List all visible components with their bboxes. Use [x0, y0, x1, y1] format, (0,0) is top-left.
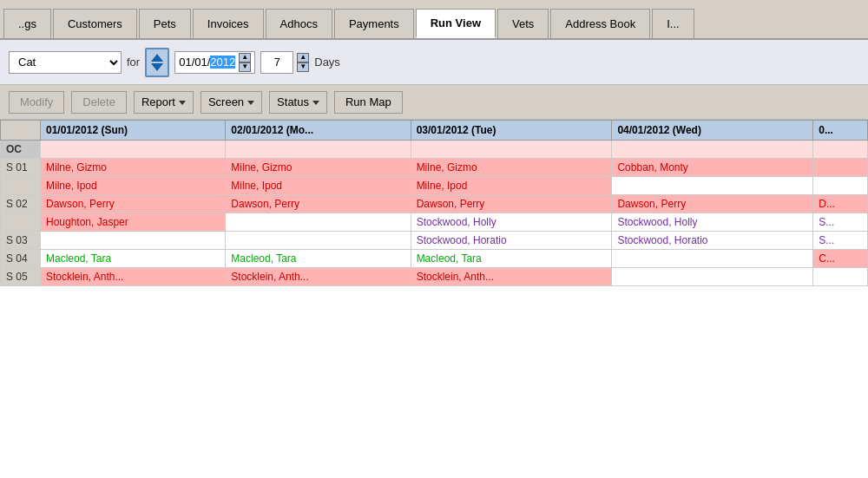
table-cell[interactable]: Houghton, Jasper	[41, 213, 226, 232]
table-cell[interactable]: Milne, Ipod	[226, 177, 411, 195]
header-col5: 0...	[813, 121, 868, 141]
species-select[interactable]: Cat Dog	[9, 51, 122, 74]
days-spin-up-icon[interactable]: ▲	[297, 53, 309, 62]
table-row: OC	[1, 141, 868, 159]
status-dropdown-icon	[312, 101, 319, 105]
table-cell[interactable]	[226, 213, 411, 232]
date-prefix: 01/01/	[179, 56, 210, 69]
tab-payments[interactable]: Payments	[334, 9, 414, 38]
table-cell[interactable]: Macleod, Tara	[226, 250, 411, 268]
header-col3: 03/01/2012 (Tue)	[411, 121, 612, 141]
row-label: S 05	[1, 268, 41, 286]
days-spinner[interactable]: ▲ ▼	[297, 53, 309, 72]
table-cell[interactable]	[41, 141, 226, 159]
tab-invoices[interactable]: Invoices	[193, 9, 264, 38]
tab-dogs[interactable]: ..gs	[3, 9, 51, 38]
runmap-button[interactable]: Run Map	[334, 91, 403, 114]
row-label: OC	[1, 141, 41, 159]
table-cell[interactable]: Macleod, Tara	[41, 250, 226, 268]
table-cell[interactable]: Macleod, Tara	[411, 250, 612, 268]
table-cell[interactable]	[612, 268, 813, 286]
tab-addressbook[interactable]: Address Book	[550, 9, 650, 38]
arrow-up-icon	[151, 54, 163, 62]
screen-button[interactable]: Screen	[201, 91, 262, 114]
arrow-down-icon	[151, 63, 163, 71]
row-label: S 02	[1, 195, 41, 213]
table-cell[interactable]: Stockwood, Holly	[411, 213, 612, 232]
table-cell[interactable]: Stocklein, Anth...	[226, 268, 411, 286]
date-nav-button[interactable]	[145, 48, 169, 77]
report-button[interactable]: Report	[134, 91, 194, 114]
tab-customers[interactable]: Customers	[53, 9, 137, 38]
status-button[interactable]: Status	[269, 91, 327, 114]
for-label: for	[127, 56, 140, 69]
header-run	[1, 121, 41, 141]
spin-down-icon[interactable]: ▼	[239, 62, 251, 72]
table-cell[interactable]: S...	[813, 232, 868, 250]
header-col1: 01/01/2012 (Sun)	[41, 121, 226, 141]
table-cell[interactable]: Milne, Ipod	[411, 177, 612, 195]
delete-button[interactable]: Delete	[71, 91, 127, 114]
row-label	[1, 177, 41, 195]
modify-button[interactable]: Modify	[9, 91, 64, 114]
table-cell[interactable]	[813, 141, 868, 159]
table-cell[interactable]: Stocklein, Anth...	[41, 268, 226, 286]
toolbar: Modify Delete Report Screen Status Run M…	[0, 85, 868, 120]
table-cell[interactable]: Milne, Gizmo	[411, 159, 612, 177]
row-label: S 01	[1, 159, 41, 177]
tab-more[interactable]: I...	[652, 9, 694, 38]
table-cell[interactable]: Dawson, Perry	[612, 195, 813, 213]
table-row: Houghton, JasperStockwood, HollyStockwoo…	[1, 213, 868, 232]
table-cell[interactable]: Dawson, Perry	[411, 195, 612, 213]
tab-pets[interactable]: Pets	[139, 9, 191, 38]
table-cell[interactable]	[813, 177, 868, 195]
table-cell[interactable]: Stocklein, Anth...	[411, 268, 612, 286]
table-cell[interactable]	[411, 141, 612, 159]
filter-row: Cat Dog for 01/01/2012 ▲ ▼ ▲ ▼ Days	[0, 40, 868, 85]
table-cell[interactable]	[41, 232, 226, 250]
header-col4: 04/01/2012 (Wed)	[612, 121, 813, 141]
screen-dropdown-icon	[247, 101, 254, 105]
tab-bar: ..gs Customers Pets Invoices Adhocs Paym…	[0, 0, 868, 40]
table-row: Milne, IpodMilne, IpodMilne, Ipod	[1, 177, 868, 195]
table-cell[interactable]: Milne, Gizmo	[226, 159, 411, 177]
table-cell[interactable]	[612, 177, 813, 195]
table-cell[interactable]: Milne, Gizmo	[41, 159, 226, 177]
table-cell[interactable]	[226, 141, 411, 159]
table-cell[interactable]	[226, 232, 411, 250]
table-row: S 04Macleod, TaraMacleod, TaraMacleod, T…	[1, 250, 868, 268]
table-cell[interactable]: Stockwood, Horatio	[612, 232, 813, 250]
table-cell[interactable]	[612, 250, 813, 268]
tab-vets[interactable]: Vets	[497, 9, 549, 38]
table-row: S 03Stockwood, HoratioStockwood, Horatio…	[1, 232, 868, 250]
report-dropdown-icon	[179, 101, 186, 105]
days-label: Days	[314, 56, 340, 69]
table-header-row: 01/01/2012 (Sun) 02/01/2012 (Mo... 03/01…	[1, 121, 868, 141]
table-row: S 05Stocklein, Anth...Stocklein, Anth...…	[1, 268, 868, 286]
tab-adhocs[interactable]: Adhocs	[266, 9, 332, 38]
table-cell[interactable]: Stockwood, Holly	[612, 213, 813, 232]
date-spinner[interactable]: ▲ ▼	[239, 53, 251, 72]
table-cell[interactable]: Milne, Ipod	[41, 177, 226, 195]
tab-runview[interactable]: Run View	[416, 9, 496, 38]
table-cell[interactable]	[813, 268, 868, 286]
table-row: S 01Milne, GizmoMilne, GizmoMilne, Gizmo…	[1, 159, 868, 177]
date-year: 2012	[210, 56, 235, 69]
table-cell[interactable]: Dawson, Perry	[41, 195, 226, 213]
row-label: S 04	[1, 250, 41, 268]
days-input[interactable]	[260, 51, 293, 74]
table-cell[interactable]: S...	[813, 213, 868, 232]
table-cell[interactable]: Stockwood, Horatio	[411, 232, 612, 250]
row-label: S 03	[1, 232, 41, 250]
table-cell[interactable]	[612, 141, 813, 159]
table-cell[interactable]: Dawson, Perry	[226, 195, 411, 213]
spin-up-icon[interactable]: ▲	[239, 53, 251, 62]
header-col2: 02/01/2012 (Mo...	[226, 121, 411, 141]
table-cell[interactable]	[813, 159, 868, 177]
table-cell[interactable]: C...	[813, 250, 868, 268]
date-input-wrapper: 01/01/2012 ▲ ▼	[174, 51, 255, 74]
days-spin-down-icon[interactable]: ▼	[297, 62, 309, 72]
table-container: 01/01/2012 (Sun) 02/01/2012 (Mo... 03/01…	[0, 120, 868, 478]
table-cell[interactable]: D...	[813, 195, 868, 213]
table-cell[interactable]: Cobban, Monty	[612, 159, 813, 177]
